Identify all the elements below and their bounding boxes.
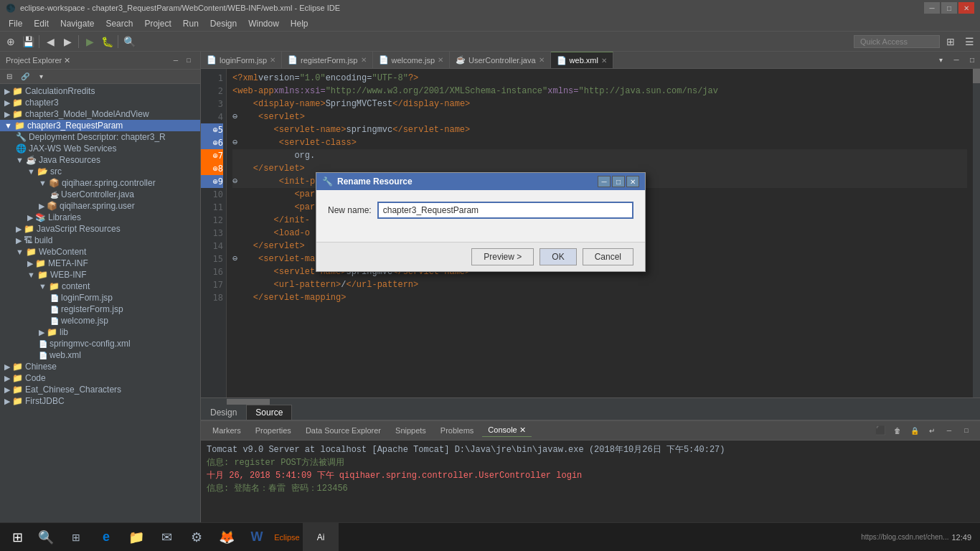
tree-chapter3[interactable]: ▶ 📁 chapter3 <box>0 97 200 108</box>
tree-java-resources[interactable]: ▼ ☕ Java Resources <box>0 154 200 166</box>
tree-jaxws[interactable]: 🌐 JAX-WS Web Services <box>0 143 200 154</box>
console-max-btn[interactable]: □ <box>958 423 974 438</box>
tree-pkg-user[interactable]: ▶ 📦 qiqihaer.spring.user <box>0 200 200 212</box>
tab-close-btn[interactable]: ✕ <box>438 56 443 64</box>
tree-src[interactable]: ▼ 📂 src <box>0 166 200 177</box>
tab-close-btn[interactable]: ✕ <box>601 57 607 65</box>
taskbar-taskview-btn[interactable]: ⊞ <box>62 523 90 552</box>
tree-loginjsp[interactable]: 📄 loginForm.jsp <box>0 292 200 303</box>
pe-max-btn[interactable]: □ <box>183 55 194 66</box>
tree-eat-chinese[interactable]: ▶ 📁 Eat_Chinese_Characters <box>0 384 200 395</box>
tree-firstjdbc[interactable]: ▶ 📁 FirstJDBC <box>0 395 200 407</box>
tree-js-resources[interactable]: ▶ 📁 JavaScript Resources <box>0 223 200 235</box>
view-btn[interactable]: ☰ <box>961 34 977 50</box>
tree-registerjsp[interactable]: 📄 registerForm.jsp <box>0 303 200 315</box>
editor-scrollbar[interactable] <box>973 69 980 397</box>
tree-build[interactable]: ▶ 🏗 build <box>0 235 200 246</box>
console-tab-markers[interactable]: Markers <box>207 425 247 436</box>
source-tab[interactable]: Source <box>246 405 292 420</box>
tree-lib[interactable]: ▶ 📁 lib <box>0 326 200 338</box>
toolbar-back-btn[interactable]: ◀ <box>42 34 58 50</box>
design-tab[interactable]: Design <box>201 405 246 420</box>
toolbar-fwd-btn[interactable]: ▶ <box>60 34 75 50</box>
console-tab-problems[interactable]: Problems <box>435 425 479 436</box>
console-stop-btn[interactable]: ⬛ <box>872 423 888 438</box>
maximize-btn[interactable]: □ <box>941 2 957 14</box>
menu-navigate[interactable]: Navigate <box>55 16 100 31</box>
tab-overflow-btn[interactable]: ▾ <box>933 52 948 68</box>
tree-usercontroller[interactable]: ☕ UserController.java <box>0 189 200 200</box>
tree-chapter3-model[interactable]: ▶ 📁 chapter3_Model_ModelAndView <box>0 108 200 120</box>
taskbar-word-btn[interactable]: W <box>242 523 271 552</box>
taskbar-edge-btn[interactable]: e <box>92 523 121 552</box>
console-clear-btn[interactable]: 🗑 <box>890 423 905 438</box>
toolbar-search-btn[interactable]: 🔍 <box>121 34 137 50</box>
menu-project[interactable]: Project <box>138 16 176 31</box>
menu-edit[interactable]: Edit <box>28 16 55 31</box>
tree-CalculationRredits[interactable]: ▶ 📁 CalculationRredits <box>0 85 200 97</box>
tab-usercontroller[interactable]: ☕ UserController.java ✕ <box>450 52 551 68</box>
tab-webxml[interactable]: 📄 web.xml ✕ <box>551 52 613 68</box>
tab-welcomejsp[interactable]: 📄 welcome.jsp ✕ <box>373 52 451 68</box>
pe-min-btn[interactable]: ─ <box>170 55 182 66</box>
start-button[interactable]: ⊞ <box>3 523 32 552</box>
rename-input[interactable] <box>377 202 633 219</box>
menu-help[interactable]: Help <box>285 16 314 31</box>
tree-webxml[interactable]: 📄 web.xml <box>0 349 200 361</box>
pe-menu-btn[interactable]: ▾ <box>33 69 49 85</box>
console-min-btn[interactable]: ─ <box>941 423 957 438</box>
tree-meta-inf[interactable]: ▶ 📁 META-INF <box>0 258 200 269</box>
tab-registerjsp[interactable]: 📄 registerForm.jsp ✕ <box>282 52 372 68</box>
dialog-restore-btn[interactable]: □ <box>612 176 625 187</box>
close-btn[interactable]: ✕ <box>958 2 974 14</box>
tree-chinese[interactable]: ▶ 📁 Chinese <box>0 361 200 372</box>
tree-deployment[interactable]: 🔧 Deployment Descriptor: chapter3_R <box>0 131 200 143</box>
console-tab-snippets[interactable]: Snippets <box>390 425 432 436</box>
tree-libraries[interactable]: ▶ 📚 Libraries <box>0 212 200 223</box>
tree-pkg-controller[interactable]: ▼ 📦 qiqihaer.spring.controller <box>0 177 200 189</box>
perspective-btn[interactable]: ⊞ <box>943 34 958 50</box>
preview-button[interactable]: Preview > <box>471 248 534 265</box>
tree-springmvc-config[interactable]: 📄 springmvc-config.xml <box>0 338 200 349</box>
taskbar-mail-btn[interactable]: ✉ <box>152 523 181 552</box>
tree-web-inf[interactable]: ▼ 📁 WEB-INF <box>0 269 200 281</box>
menu-window[interactable]: Window <box>242 16 285 31</box>
tree-content[interactable]: ▼ 📁 content <box>0 281 200 292</box>
dialog-close-btn[interactable]: ✕ <box>626 176 639 187</box>
editor-hscrollbar[interactable] <box>201 397 980 405</box>
taskbar-explorer-btn[interactable]: 📁 <box>122 523 151 552</box>
tree-webcontent[interactable]: ▼ 📁 WebContent <box>0 246 200 258</box>
toolbar-save-btn[interactable]: 💾 <box>20 34 36 50</box>
menu-file[interactable]: File <box>3 16 28 31</box>
menu-run[interactable]: Run <box>177 16 204 31</box>
quick-access-box[interactable]: Quick Access <box>854 35 940 48</box>
ok-button[interactable]: OK <box>540 248 576 265</box>
taskbar-eclipse-btn[interactable]: Eclipse <box>273 523 301 552</box>
tab-close-btn[interactable]: ✕ <box>361 56 367 64</box>
cancel-button[interactable]: Cancel <box>583 248 633 265</box>
taskbar-search-btn[interactable]: 🔍 <box>32 523 60 552</box>
tab-min-btn[interactable]: ─ <box>948 52 964 68</box>
tab-max-btn[interactable]: □ <box>964 52 980 68</box>
taskbar-settings-btn[interactable]: ⚙ <box>182 523 211 552</box>
toolbar-run-btn[interactable]: ▶ <box>82 34 98 50</box>
console-tab-console[interactable]: Console ✕ <box>482 424 531 437</box>
taskbar-firefox-btn[interactable]: 🦊 <box>212 523 241 552</box>
tab-close-btn[interactable]: ✕ <box>270 56 275 64</box>
console-scroll-lock-btn[interactable]: 🔒 <box>907 423 923 438</box>
tree-chapter3-requestparam[interactable]: ▼ 📁 chapter3_RequestParam <box>0 120 200 131</box>
dialog-min-btn[interactable]: ─ <box>598 176 611 187</box>
toolbar-debug-btn[interactable]: 🐛 <box>99 34 115 50</box>
menu-search[interactable]: Search <box>100 16 138 31</box>
pe-collapse-btn[interactable]: ⊟ <box>1 69 17 85</box>
tab-loginjsp[interactable]: 📄 loginForm.jsp ✕ <box>201 52 282 68</box>
taskbar-ai-btn[interactable]: Ai <box>303 523 339 552</box>
console-tab-datasource[interactable]: Data Source Explorer <box>300 425 387 436</box>
minimize-btn[interactable]: ─ <box>924 2 940 14</box>
console-tab-properties[interactable]: Properties <box>250 425 297 436</box>
tree-welcomejsp[interactable]: 📄 welcome.jsp <box>0 315 200 326</box>
tab-close-btn[interactable]: ✕ <box>539 56 545 64</box>
menu-design[interactable]: Design <box>204 16 242 31</box>
tree-code[interactable]: ▶ 📁 Code <box>0 372 200 384</box>
toolbar-new-btn[interactable]: ⊕ <box>3 34 19 50</box>
